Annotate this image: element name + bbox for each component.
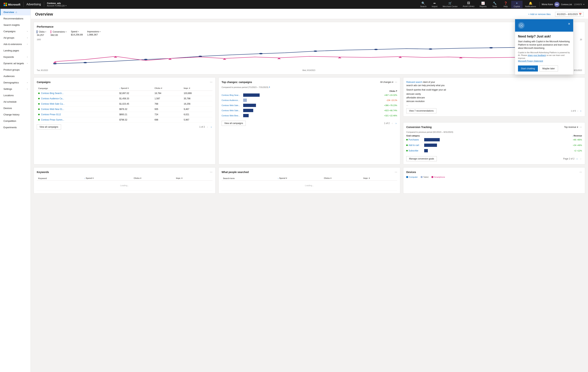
- account-section[interactable]: Contoso_ads Account F145ELQU ▾: [45, 2, 69, 7]
- add-remove-tiles-button[interactable]: + Add or remove tiles: [526, 12, 553, 17]
- view-all-top-changes-button[interactable]: View all campaigns: [221, 121, 246, 126]
- sidebar-item-dynamic-ad-targets[interactable]: Dynamic ad targets ›: [0, 60, 31, 67]
- copilot-description: Start chatting with Copilot in the Micro…: [518, 40, 570, 50]
- top-change-label[interactable]: Contoso Bing Sear...: [221, 94, 242, 96]
- campaign-name-link[interactable]: Contoso Pmax Summ...: [41, 118, 64, 121]
- top-changes-header: Top changes: campaigns All changes ▾ ···: [221, 80, 397, 84]
- keywords-more-icon[interactable]: ···: [210, 170, 212, 174]
- searched-spend-sort-icon[interactable]: ▾: [286, 177, 287, 179]
- svg-point-5: [314, 51, 317, 52]
- sidebar-item-experiments[interactable]: Experiments: [0, 124, 31, 131]
- sidebar-item-locations[interactable]: Locations: [0, 92, 31, 99]
- sidebar-label-audiences: Audiences: [3, 75, 15, 77]
- sidebar-item-keywords[interactable]: Keywords ›: [0, 54, 31, 60]
- campaigns-next-button[interactable]: ›: [210, 126, 212, 128]
- spend-sort-icon[interactable]: ▾: [128, 87, 129, 89]
- nav-item-asset-library[interactable]: 🖼 Asset Library: [460, 1, 477, 8]
- start-chatting-button[interactable]: Start chatting: [518, 65, 538, 72]
- campaign-name-link[interactable]: Contoso Pmax 0112: [41, 113, 61, 116]
- sidebar-item-product-groups[interactable]: Product groups: [0, 67, 31, 73]
- campaign-spend-cell: $2,897.02: [118, 91, 153, 96]
- manage-conversion-goals-button[interactable]: Manage conversion goals: [406, 156, 437, 161]
- privacy-link[interactable]: Microsoft Privacy Statement: [518, 60, 543, 62]
- page-title: Overview: [35, 12, 53, 17]
- sidebar-item-search-insights[interactable]: Search insights: [0, 22, 31, 28]
- top-changes-prev-button[interactable]: ‹: [391, 122, 393, 125]
- conv-comparison: Compared to previous period (8/1/2023 – …: [406, 131, 582, 133]
- all-changes-button[interactable]: All changes ▾: [380, 81, 393, 83]
- nav-item-help[interactable]: ❓ Help: [500, 1, 511, 8]
- sidebar-item-demographics[interactable]: Demographics ›: [0, 79, 31, 86]
- conv-goal-label[interactable]: Add to cart: [406, 144, 423, 147]
- top-change-label[interactable]: Contoso Audience...: [221, 99, 242, 101]
- sidebar-item-competition[interactable]: Competition: [0, 118, 31, 124]
- nav-item-import[interactable]: ⬅ Import: [429, 1, 440, 8]
- rec-next-button[interactable]: ›: [580, 109, 582, 112]
- nav-items: 🔍 Search ⬅ Import 🛒 Merchant Center 🖼 As…: [418, 1, 539, 8]
- campaigns-prev-button[interactable]: ‹: [206, 126, 209, 128]
- top-change-label[interactable]: Contoso Web Sale...: [221, 104, 242, 106]
- sidebar-label-keywords: Keywords: [3, 56, 14, 58]
- kw-impr-sort-icon[interactable]: ▾: [181, 177, 182, 179]
- conv-goal-label[interactable]: Purchases: [406, 138, 423, 141]
- date-range-value: 8/1/2023 – 8/31/2023: [557, 13, 578, 16]
- sidebar-item-audiences[interactable]: Audiences: [0, 73, 31, 79]
- status-dot: [38, 119, 40, 120]
- nav-label-merchant-center: Merchant Center: [443, 5, 458, 8]
- searched-clicks-sort-icon[interactable]: ▾: [330, 177, 331, 179]
- campaign-name-link[interactable]: Contoso Audience Ca...: [41, 97, 64, 100]
- top-changes-footer: View all campaigns 1 of 2 ‹ ›: [221, 119, 397, 126]
- campaign-name-link[interactable]: Contoso Web Sale Ca...: [41, 103, 64, 105]
- date-range-picker[interactable]: 8/1/2023 – 8/31/2023 📅: [555, 12, 584, 17]
- campaign-name-link[interactable]: Contoso Web New 01...: [41, 108, 64, 110]
- conv-goal-label[interactable]: Subscribe: [406, 149, 423, 152]
- kw-clicks-sort-icon[interactable]: ▾: [140, 177, 141, 179]
- nav-item-notifications[interactable]: 🔔 Notifications: [523, 1, 539, 8]
- what-searched-more-icon[interactable]: ···: [395, 170, 397, 174]
- top-changes-next-button[interactable]: ›: [395, 122, 397, 125]
- campaign-name-link[interactable]: Contoso Bing Search...: [41, 92, 63, 95]
- sidebar-item-change-history[interactable]: Change history: [0, 111, 31, 118]
- view-recommendations-button[interactable]: View 7 recommendations: [406, 108, 436, 113]
- conv-prev-button[interactable]: ‹: [576, 157, 578, 160]
- feedback-link[interactable]: share your feedback: [528, 54, 546, 56]
- impr-sort-icon[interactable]: ▾: [189, 87, 190, 89]
- campaigns-more-icon[interactable]: ···: [210, 80, 212, 84]
- top-change-label[interactable]: Contoso Web Sale...: [221, 109, 242, 112]
- sidebar-item-settings[interactable]: Settings ›: [0, 86, 31, 92]
- searched-impr-sort-icon[interactable]: ▾: [369, 177, 370, 179]
- sidebar-item-ads-extensions[interactable]: Ads & extensions ›: [0, 41, 31, 47]
- sidebar-item-overview[interactable]: Overview ⌂: [0, 9, 31, 15]
- top-change-label[interactable]: Contoso Web Bew...: [221, 115, 242, 117]
- nav-item-merchant-center[interactable]: 🛒 Merchant Center: [440, 1, 460, 8]
- maybe-later-button[interactable]: Maybe later: [539, 65, 558, 72]
- copilot-close-button[interactable]: ✕: [568, 22, 570, 26]
- sidebar-item-ad-schedule[interactable]: Ad schedule: [0, 99, 31, 105]
- conv-bar: [424, 149, 428, 152]
- top-changes-more-icon[interactable]: ···: [395, 80, 397, 84]
- conversions-value: 682.00: [51, 34, 67, 36]
- rec-prev-button[interactable]: ‹: [577, 109, 579, 112]
- user-section[interactable]: Mona Kane MK Contoso,Ltd. 12345678 ▾: [539, 2, 587, 7]
- sidebar-item-landing-pages[interactable]: Landing pages: [0, 47, 31, 54]
- status-dot: [38, 93, 40, 94]
- nav-item-search[interactable]: 🔍 Search: [418, 1, 429, 8]
- sidebar-item-campaigns[interactable]: Campaigns ›: [0, 28, 31, 35]
- nav-item-reports[interactable]: 📈 Reports: [477, 1, 489, 8]
- reports-icon: 📈: [481, 1, 485, 5]
- metric-conversions: Conversions ▾ 682.00: [51, 30, 67, 36]
- conv-tracking-more-icon[interactable]: ···: [580, 126, 582, 129]
- microsoft-logo[interactable]: Microsoft: [1, 3, 23, 6]
- clicks-chevron-icon: ▾: [45, 31, 46, 33]
- sidebar-item-devices[interactable]: Devices: [0, 105, 31, 111]
- kw-spend-sort-icon[interactable]: ▾: [93, 177, 94, 179]
- sidebar-item-recommendations[interactable]: Recommendations: [0, 15, 31, 22]
- view-all-campaigns-button[interactable]: View all campaigns: [37, 124, 61, 129]
- nav-item-tools[interactable]: 🔧 Tools: [489, 1, 500, 8]
- nav-item-copilot[interactable]: ✦ Copilot: [511, 1, 523, 8]
- top-revenue-button[interactable]: Top revenue ▾: [564, 126, 578, 128]
- devices-more-icon[interactable]: ···: [580, 170, 582, 174]
- clicks-sort-icon[interactable]: ▾: [161, 87, 162, 89]
- conv-next-button[interactable]: ›: [580, 157, 582, 160]
- sidebar-item-ad-groups[interactable]: Ad groups ›: [0, 35, 31, 41]
